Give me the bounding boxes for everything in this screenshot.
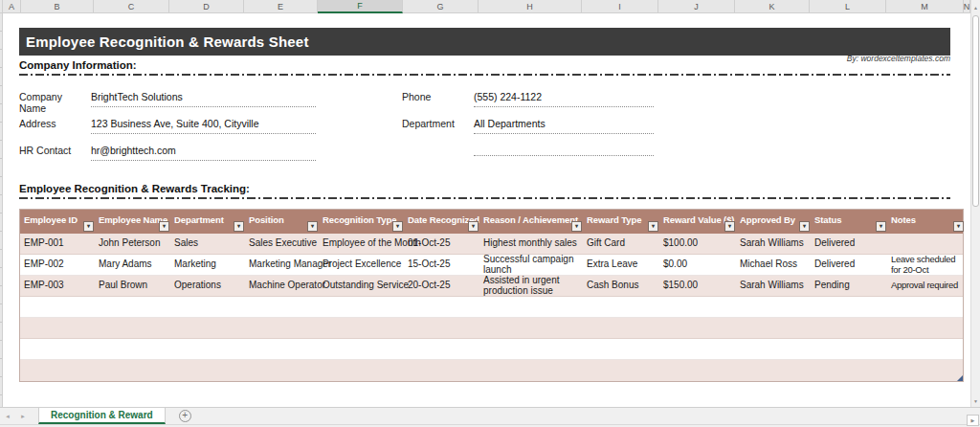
table-cell[interactable]	[170, 297, 245, 317]
table-cell[interactable]: Sarah Williams	[736, 234, 811, 254]
table-cell[interactable]	[95, 318, 170, 338]
table-column-header-reward-type[interactable]: Reward Type▾	[583, 210, 659, 234]
field-value-cell[interactable]: 123 Business Ave, Suite 400, Cityville	[91, 118, 316, 134]
table-column-header-date-recognized[interactable]: Date Recognized▾	[404, 210, 479, 234]
column-header-B[interactable]: B	[21, 0, 94, 13]
sheet-tab-recognition-reward[interactable]: Recognition & Reward	[38, 408, 166, 424]
table-column-header-department[interactable]: Department▾	[170, 210, 245, 234]
table-cell[interactable]	[319, 360, 404, 381]
table-cell[interactable]	[404, 360, 479, 381]
table-cell[interactable]: Marketing Manager	[245, 255, 319, 275]
table-cell[interactable]	[404, 339, 479, 359]
filter-dropdown-icon[interactable]: ▾	[571, 221, 582, 232]
table-cell[interactable]	[736, 339, 811, 359]
table-cell[interactable]: Delivered	[811, 234, 887, 254]
column-header-K[interactable]: K	[735, 0, 810, 13]
table-cell[interactable]: $100.00	[659, 234, 736, 254]
table-cell[interactable]: Extra Leave	[583, 255, 659, 275]
column-header-I[interactable]: I	[582, 0, 658, 13]
table-cell[interactable]: $0.00	[659, 255, 736, 275]
table-cell[interactable]	[20, 318, 95, 338]
table-cell[interactable]: EMP-003	[20, 276, 95, 296]
field-value-cell[interactable]: hr@brighttech.com	[91, 145, 316, 161]
tab-scroll-right-icon[interactable]: ►	[15, 408, 31, 424]
add-sheet-button[interactable]: +	[179, 410, 191, 422]
table-cell[interactable]	[887, 234, 965, 254]
table-column-header-reason-achievement[interactable]: Reason / Achievement▾	[479, 210, 583, 234]
table-cell[interactable]	[736, 318, 811, 338]
scroll-down-icon[interactable]: ▼	[971, 395, 980, 407]
column-header-L[interactable]: L	[810, 0, 886, 13]
table-cell[interactable]	[659, 360, 736, 381]
vertical-scrollbar-thumb[interactable]	[972, 15, 979, 207]
table-cell[interactable]: Marketing	[170, 255, 245, 275]
column-header-E[interactable]: E	[244, 0, 318, 13]
table-cell[interactable]	[736, 360, 811, 381]
table-cell[interactable]	[319, 339, 404, 359]
table-cell[interactable]: Sales Executive	[245, 234, 319, 254]
table-cell[interactable]	[479, 297, 583, 317]
field-value-cell[interactable]: (555) 224-1122	[474, 91, 654, 107]
table-cell[interactable]	[811, 360, 887, 381]
scroll-right-icon[interactable]: ▶	[967, 415, 979, 426]
table-cell[interactable]: Assisted in urgent production issue	[479, 276, 583, 296]
scroll-up-icon[interactable]: ▲	[971, 2, 980, 13]
table-cell[interactable]	[170, 360, 245, 381]
table-cell[interactable]	[887, 318, 965, 338]
filter-dropdown-icon[interactable]: ▾	[468, 221, 479, 232]
column-header-A[interactable]: A	[3, 0, 21, 13]
column-header-C[interactable]: C	[94, 0, 169, 13]
table-column-header-notes[interactable]: Notes▾	[887, 210, 965, 234]
table-cell[interactable]	[479, 318, 583, 338]
table-cell[interactable]	[479, 339, 583, 359]
table-column-header-approved-by[interactable]: Approved By▾	[736, 210, 811, 234]
table-column-header-reward-value[interactable]: Reward Value ($)▾	[659, 210, 736, 234]
filter-dropdown-icon[interactable]: ▾	[159, 221, 169, 232]
table-cell[interactable]	[20, 297, 95, 317]
table-cell[interactable]: Gift Card	[583, 234, 659, 254]
table-cell[interactable]	[95, 360, 170, 381]
table-cell[interactable]	[811, 318, 887, 338]
filter-dropdown-icon[interactable]: ▾	[724, 221, 735, 232]
column-header-H[interactable]: H	[479, 0, 582, 13]
table-cell[interactable]	[245, 318, 319, 338]
table-cell[interactable]	[659, 339, 736, 359]
table-cell[interactable]	[20, 360, 95, 381]
table-column-header-employee-name[interactable]: Employee Name▾	[95, 210, 170, 234]
table-cell[interactable]	[20, 339, 95, 359]
table-column-header-employee-id[interactable]: Employee ID▾	[20, 210, 95, 234]
table-cell[interactable]	[659, 318, 736, 338]
table-cell[interactable]	[583, 318, 659, 338]
table-cell[interactable]: Leave scheduled for 20-Oct	[887, 255, 965, 275]
filter-dropdown-icon[interactable]: ▾	[392, 221, 403, 232]
column-header-J[interactable]: J	[658, 0, 735, 13]
filter-dropdown-icon[interactable]: ▾	[234, 221, 244, 232]
table-cell[interactable]	[887, 297, 965, 317]
table-cell[interactable]: Machine Operator	[245, 276, 319, 296]
table-cell[interactable]: Paul Brown	[95, 276, 170, 296]
table-cell[interactable]: Sales	[170, 234, 245, 254]
table-cell[interactable]: Employee of the Month	[319, 234, 404, 254]
table-column-header-status[interactable]: Status▾	[811, 210, 887, 234]
table-cell[interactable]: Pending	[811, 276, 887, 296]
table-column-header-position[interactable]: Position▾	[245, 210, 319, 234]
tab-scroll-left-icon[interactable]: ◄	[0, 408, 15, 424]
table-cell[interactable]	[95, 339, 170, 359]
table-cell[interactable]: Delivered	[811, 255, 887, 275]
table-cell[interactable]	[404, 318, 479, 338]
table-cell[interactable]	[245, 360, 319, 381]
table-cell[interactable]	[95, 297, 170, 317]
table-cell[interactable]	[170, 339, 245, 359]
table-cell[interactable]: EMP-001	[20, 234, 95, 254]
filter-dropdown-icon[interactable]: ▾	[648, 221, 658, 232]
column-header-M[interactable]: M	[886, 0, 964, 13]
table-cell[interactable]: Cash Bonus	[583, 276, 659, 296]
table-cell[interactable]	[245, 297, 319, 317]
column-header-F[interactable]: F	[318, 0, 403, 13]
table-cell[interactable]: Highest monthly sales	[479, 234, 583, 254]
table-cell[interactable]: Mary Adams	[95, 255, 170, 275]
table-cell[interactable]	[887, 339, 965, 359]
filter-dropdown-icon[interactable]: ▾	[876, 221, 886, 232]
column-header-N[interactable]: N	[964, 0, 970, 13]
field-value-cell[interactable]: BrightTech Solutions	[91, 91, 316, 107]
